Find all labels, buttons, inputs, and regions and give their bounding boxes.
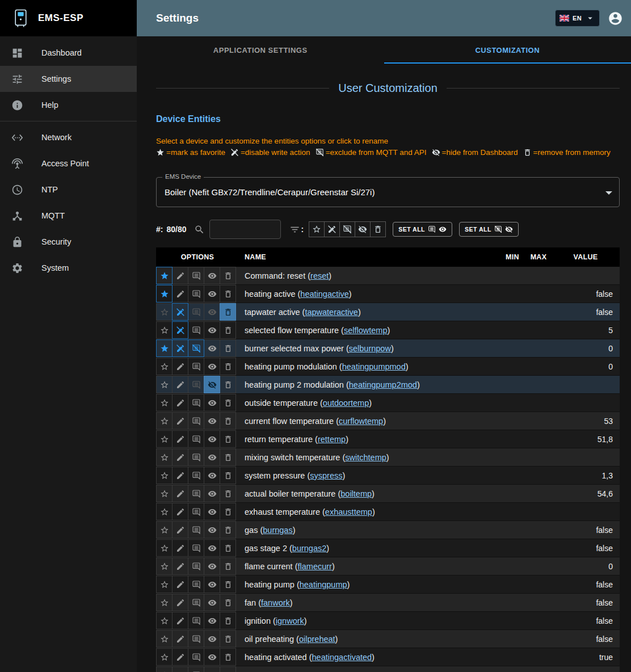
delete-toggle[interactable] [220, 666, 236, 672]
visibility-toggle[interactable] [204, 576, 220, 593]
mqtt-toggle[interactable] [188, 503, 204, 520]
mqtt-toggle[interactable] [188, 521, 204, 539]
entity-id-link[interactable]: outdoortemp [323, 398, 369, 408]
visibility-toggle[interactable] [204, 648, 220, 666]
delete-toggle[interactable] [220, 612, 236, 629]
delete-toggle[interactable] [220, 267, 236, 284]
write-toggle[interactable] [172, 467, 188, 484]
delete-toggle[interactable] [220, 648, 236, 666]
entity-id-link[interactable]: syspress [310, 471, 342, 480]
entity-name[interactable]: mixing switch temperature (switchtemp) [239, 448, 499, 466]
favorite-toggle[interactable] [156, 412, 173, 430]
entity-name[interactable]: system pressure (syspress) [239, 467, 499, 484]
favorite-toggle[interactable] [156, 666, 173, 672]
favorite-toggle[interactable] [156, 612, 173, 629]
entity-id-link[interactable]: heatingactivated [312, 653, 372, 662]
write-toggle[interactable] [172, 430, 188, 448]
mqtt-toggle[interactable] [188, 576, 204, 593]
mqtt-toggle[interactable] [188, 285, 204, 303]
entity-name[interactable]: flame current (flamecurr) [239, 557, 499, 575]
delete-toggle[interactable] [220, 557, 236, 575]
tab-customization[interactable]: CUSTOMIZATION [384, 36, 631, 64]
delete-toggle[interactable] [220, 285, 236, 303]
entity-name[interactable]: current flow temperature (curflowtemp) [239, 412, 499, 430]
write-toggle[interactable] [172, 339, 188, 357]
write-toggle[interactable] [172, 612, 188, 629]
favorite-toggle[interactable] [156, 303, 173, 321]
set-all-hide-button[interactable]: SET ALL [459, 222, 519, 237]
entity-id-link[interactable]: burngas [263, 526, 292, 535]
write-toggle[interactable] [172, 285, 188, 303]
sidebar-item-ntp[interactable]: NTP [0, 177, 137, 203]
entity-id-link[interactable]: heatingactive [300, 289, 348, 299]
delete-toggle[interactable] [220, 521, 236, 539]
write-toggle[interactable] [172, 557, 188, 575]
entity-name[interactable]: heating pump modulation (heatingpumpmod) [239, 358, 499, 375]
entity-name[interactable]: heating activated (heatingactivated) [239, 648, 499, 666]
entity-name[interactable]: heating pump (heatingpump) [239, 576, 499, 593]
entity-name[interactable]: heating active (heatingactive) [239, 285, 499, 303]
favorite-toggle[interactable] [156, 376, 173, 393]
write-toggle[interactable] [172, 576, 188, 593]
entity-id-link[interactable]: reset [310, 271, 329, 280]
entity-id-link[interactable]: burngas2 [292, 544, 326, 553]
visibility-toggle[interactable] [204, 376, 220, 393]
write-toggle[interactable] [172, 503, 188, 520]
visibility-toggle[interactable] [204, 448, 220, 466]
entity-name[interactable]: Command: reset (reset) [239, 267, 499, 284]
mqtt-toggle[interactable] [188, 394, 204, 411]
delete-toggle[interactable] [220, 467, 236, 484]
visibility-toggle[interactable] [204, 612, 220, 629]
visibility-toggle[interactable] [204, 666, 220, 672]
mqtt-toggle[interactable] [188, 412, 204, 430]
entity-id-link[interactable]: fanwork [261, 598, 290, 607]
delete-toggle[interactable] [220, 303, 236, 321]
write-toggle[interactable] [172, 666, 188, 672]
write-toggle[interactable] [172, 539, 188, 557]
mqtt-toggle[interactable] [188, 539, 204, 557]
delete-toggle[interactable] [220, 630, 236, 648]
entity-name[interactable]: fan (fanwork) [239, 594, 499, 611]
entity-id-link[interactable]: heatingpumpmod [342, 362, 406, 371]
entity-id-link[interactable]: selflowtemp [344, 326, 388, 335]
entity-name[interactable]: tapwater active (tapwateractive) [239, 303, 499, 321]
favorite-toggle[interactable] [156, 576, 173, 593]
delete-toggle[interactable] [220, 376, 236, 393]
sidebar-item-security[interactable]: Security [0, 229, 137, 255]
entity-name[interactable]: return temperature (rettemp) [239, 430, 499, 448]
entity-id-link[interactable]: heatingpump [300, 580, 347, 589]
entity-name[interactable]: gas (burngas) [239, 521, 499, 539]
entity-id-link[interactable]: exhausttemp [325, 507, 372, 516]
write-toggle[interactable] [172, 521, 188, 539]
sidebar-item-help[interactable]: Help [0, 92, 137, 118]
entity-name[interactable]: actual boiler temperature (boiltemp) [239, 485, 499, 502]
mqtt-toggle[interactable] [188, 376, 204, 393]
entity-name[interactable]: burner selected max power (selburnpow) [239, 339, 499, 357]
mqtt-toggle[interactable] [188, 666, 204, 672]
entity-name[interactable]: exhaust temperature (exhausttemp) [239, 503, 499, 520]
mqtt-toggle[interactable] [188, 630, 204, 648]
favorite-toggle[interactable] [156, 630, 173, 648]
trash-filter[interactable] [370, 221, 386, 237]
mqtt-toggle[interactable] [188, 557, 204, 575]
write-toggle[interactable] [172, 485, 188, 502]
entity-name[interactable] [239, 666, 499, 672]
favorite-toggle[interactable] [156, 503, 173, 520]
mqtt-toggle[interactable] [188, 594, 204, 611]
visibility-toggle[interactable] [204, 285, 220, 303]
mqtt-toggle[interactable] [188, 267, 204, 284]
entity-id-link[interactable]: oilpreheat [299, 635, 335, 644]
entity-name[interactable]: outside temperature (outdoortemp) [239, 394, 499, 411]
favorite-toggle[interactable] [156, 557, 173, 575]
visibility-toggle[interactable] [204, 557, 220, 575]
delete-toggle[interactable] [220, 448, 236, 466]
entity-id-link[interactable]: curflowtemp [339, 417, 383, 426]
write-toggle[interactable] [172, 448, 188, 466]
favorite-toggle[interactable] [156, 594, 173, 611]
set-all-show-button[interactable]: SET ALL [393, 222, 452, 237]
favorite-filter[interactable] [309, 221, 325, 237]
delete-toggle[interactable] [220, 321, 236, 339]
write-toggle[interactable] [172, 394, 188, 411]
delete-toggle[interactable] [220, 358, 236, 375]
visibility-toggle[interactable] [204, 503, 220, 520]
